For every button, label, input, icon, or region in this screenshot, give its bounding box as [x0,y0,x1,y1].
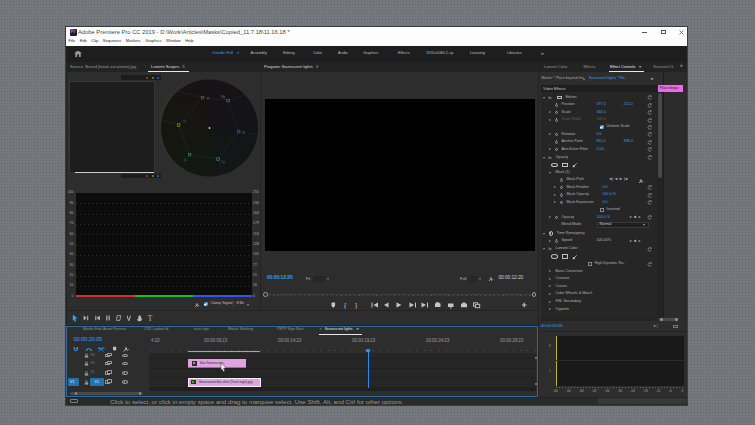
svg-text:Mg: Mg [221,95,225,99]
svg-text:T: T [148,314,153,322]
svg-text:Yl: Yl [183,120,186,124]
svg-text:Cy: Cy [221,160,225,164]
svg-text:}: } [355,302,358,309]
svg-text:B: B [243,131,245,135]
svg-text:{: { [344,302,347,309]
